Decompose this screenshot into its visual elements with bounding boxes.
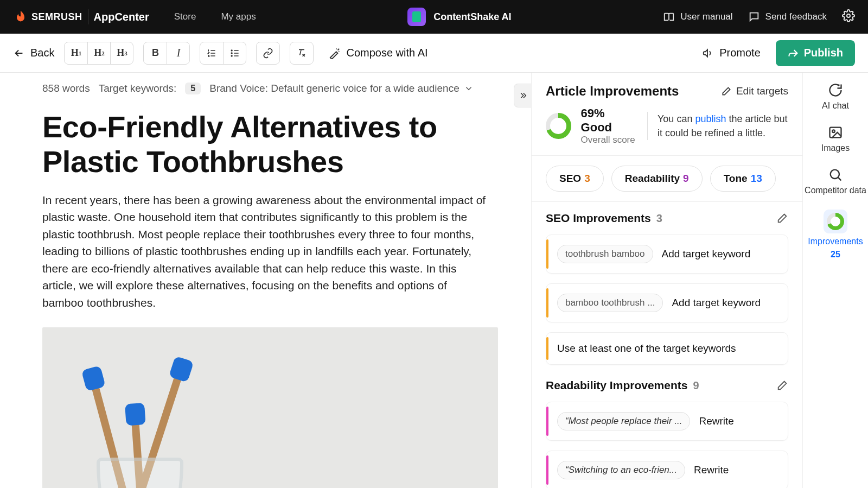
bold-button[interactable]: B: [144, 42, 167, 65]
clear-format-button[interactable]: [290, 42, 313, 65]
keywords-label: Target keywords:: [99, 83, 177, 94]
divider: [88, 9, 88, 24]
card-label: Use at least one of the target keywords: [557, 343, 736, 354]
publish-label: Publish: [804, 47, 843, 59]
italic-button[interactable]: I: [167, 42, 189, 65]
pencil-icon: [721, 86, 732, 97]
user-manual-link[interactable]: User manual: [663, 11, 732, 23]
editor-meta: 858 words Target keywords: 5 Brand Voice…: [0, 73, 531, 104]
rail-improvements[interactable]: Improvements 25: [808, 210, 863, 259]
compose-label: Compose with AI: [346, 47, 427, 59]
right-rail: AI chat Images Competitor data Improveme…: [803, 73, 868, 488]
h2-button[interactable]: H2: [87, 42, 110, 65]
sentence-chip: “Most people replace their ...: [557, 412, 690, 430]
contentshake-app-icon: [407, 8, 426, 26]
card-label: Rewrite: [699, 415, 733, 427]
article-paragraph[interactable]: In recent years, there has been a growin…: [42, 192, 489, 312]
pencil-icon[interactable]: [776, 212, 788, 224]
rail-competitor[interactable]: Competitor data: [805, 167, 866, 195]
publish-link[interactable]: publish: [695, 113, 726, 124]
back-label: Back: [30, 47, 54, 59]
svg-point-1: [231, 50, 232, 51]
settings-button[interactable]: [842, 9, 855, 25]
svg-point-0: [847, 14, 850, 17]
brand-main: SEMRUSH: [31, 11, 82, 23]
unordered-list-icon: [229, 48, 240, 59]
score-description: You can publish the article but it could…: [647, 112, 788, 140]
svg-point-3: [231, 55, 232, 56]
nav-myapps[interactable]: My apps: [221, 11, 256, 22]
publish-button[interactable]: Publish: [776, 40, 855, 66]
list-group: [200, 42, 246, 65]
score-sub: Overall score: [581, 135, 637, 145]
search-icon: [828, 167, 843, 182]
link-button[interactable]: [257, 42, 279, 65]
readability-card[interactable]: “Switching to an eco-frien... Rewrite: [546, 451, 788, 488]
card-label: Add target keyword: [662, 248, 751, 260]
score-percent: 69% Good: [581, 106, 637, 135]
readability-section-title: Readability Improvements: [546, 379, 687, 392]
readability-section-count: 9: [693, 379, 699, 392]
link-icon: [263, 48, 273, 59]
score-ring: [546, 113, 571, 139]
brand-voice-label: Brand Voice: Default generic voice for a…: [209, 83, 459, 94]
magic-pen-icon: [329, 47, 341, 59]
h3-button[interactable]: H3: [110, 42, 133, 65]
format-group: B I: [143, 42, 190, 65]
chat-icon: [748, 11, 760, 23]
article-title[interactable]: Eco-Friendly Alternatives to Plastic Too…: [42, 110, 489, 180]
promote-label: Promote: [719, 47, 761, 59]
sentence-chip: “Switching to an eco-frien...: [557, 461, 685, 479]
chat-loop-icon: [828, 83, 843, 98]
card-label: Add target keyword: [672, 297, 761, 309]
book-icon: [663, 11, 675, 23]
rail-ai-chat[interactable]: AI chat: [822, 83, 849, 111]
gear-icon: [842, 9, 855, 22]
keyword-chip: bamboo toothbrush ...: [557, 294, 663, 312]
link-group: [256, 42, 280, 65]
topbar: SEMRUSH AppCenter Store My apps ContentS…: [0, 0, 868, 34]
seo-card[interactable]: bamboo toothbrush ... Add target keyword: [546, 283, 788, 322]
unordered-list-button[interactable]: [223, 42, 246, 65]
brand-voice-selector[interactable]: Brand Voice: Default generic voice for a…: [209, 83, 474, 94]
ordered-list-button[interactable]: [200, 42, 223, 65]
svg-rect-4: [830, 128, 841, 138]
svg-point-2: [231, 53, 232, 54]
collapse-panel-button[interactable]: [514, 84, 531, 107]
app-title: ContentShake AI: [433, 11, 511, 23]
h1-button[interactable]: H1: [65, 42, 87, 65]
edit-targets-label: Edit targets: [736, 85, 788, 97]
promote-button[interactable]: Promote: [702, 47, 761, 59]
image-icon: [828, 125, 843, 140]
article-body[interactable]: Eco-Friendly Alternatives to Plastic Too…: [0, 110, 531, 488]
seo-card[interactable]: Use at least one of the target keywords: [546, 332, 788, 365]
arrow-left-icon: [13, 47, 25, 59]
editor-column: 858 words Target keywords: 5 Brand Voice…: [0, 73, 532, 488]
readability-card[interactable]: “Most people replace their ... Rewrite: [546, 402, 788, 441]
semrush-flame-icon: [13, 9, 28, 24]
article-hero-image[interactable]: [42, 327, 498, 488]
seo-section-title: SEO Improvements: [546, 212, 651, 225]
brand[interactable]: SEMRUSH AppCenter: [13, 9, 149, 24]
editor-toolbar: Back H1 H2 H3 B I Compose with AI Promot…: [0, 34, 868, 73]
pencil-icon[interactable]: [776, 379, 788, 391]
rail-images[interactable]: Images: [821, 125, 850, 153]
compose-ai-button[interactable]: Compose with AI: [329, 47, 427, 59]
send-feedback-link[interactable]: Send feedback: [748, 11, 827, 23]
edit-targets-button[interactable]: Edit targets: [721, 85, 788, 97]
pill-tone[interactable]: Tone13: [710, 166, 776, 192]
heading-group: H1 H2 H3: [64, 42, 133, 65]
send-feedback-label: Send feedback: [765, 11, 827, 22]
pill-seo[interactable]: SEO3: [546, 166, 604, 192]
pill-readability[interactable]: Readability9: [611, 166, 703, 192]
seo-card[interactable]: toothbrush bamboo Add target keyword: [546, 235, 788, 274]
back-button[interactable]: Back: [13, 47, 54, 59]
brand-sub[interactable]: AppCenter: [94, 11, 149, 23]
improvements-panel: Article Improvements Edit targets 69% Go…: [532, 73, 803, 488]
nav-store[interactable]: Store: [174, 11, 196, 22]
clear-format-group: [290, 42, 314, 65]
keywords-count[interactable]: 5: [185, 83, 201, 94]
svg-point-5: [832, 130, 835, 132]
improvements-title: Article Improvements: [546, 84, 679, 99]
card-label: Rewrite: [694, 464, 729, 476]
